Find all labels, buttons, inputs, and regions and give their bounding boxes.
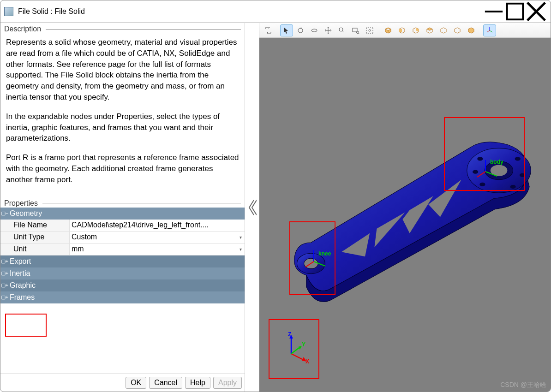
svg-line-30 <box>477 172 485 177</box>
viewport-toolbar <box>259 23 551 38</box>
axis-z-label: Z <box>288 331 291 338</box>
view-left-tool[interactable] <box>451 24 464 36</box>
cancel-button[interactable]: Cancel <box>149 377 182 389</box>
spin-tool[interactable] <box>308 24 321 36</box>
svg-line-16 <box>487 30 490 32</box>
dialog-window: File Solid : File Solid Description Repr… <box>0 0 551 392</box>
window-title: File Solid : File Solid <box>18 7 483 16</box>
property-tree: ▢− Geometry File Name Unit Type Custom ▾ <box>0 208 245 374</box>
expand-icon: ▢+ <box>0 270 9 276</box>
ok-button[interactable]: OK <box>126 377 146 389</box>
unit-selected: mm <box>72 245 84 253</box>
minimize-icon <box>483 1 504 22</box>
frame-gizmo-body: body <box>476 158 504 182</box>
watermark: CSDN @王哈哈 <box>500 381 546 389</box>
frame-gizmo-knee: knee <box>305 248 332 272</box>
description-para-3: Port R is a frame port that represents a… <box>6 152 239 185</box>
description-label: Description <box>4 25 41 33</box>
left-panel: Description Represents a solid whose geo… <box>0 23 245 392</box>
frames-label: Frames <box>9 293 35 302</box>
view-top-tool[interactable] <box>423 24 436 36</box>
chevron-left-icon <box>247 198 257 217</box>
unit-type-value[interactable]: Custom ▾ <box>70 232 245 243</box>
chevron-down-icon: ▾ <box>240 247 242 252</box>
viewport-3d[interactable]: body knee Z X Y <box>259 38 551 392</box>
collapse-icon: ▢− <box>0 210 9 216</box>
file-name-row: File Name <box>0 220 245 232</box>
close-icon <box>526 1 547 22</box>
description-body: Represents a solid whose geometry, mater… <box>0 33 245 197</box>
button-bar: OK Cancel Help Apply <box>0 374 245 392</box>
unit-label: Unit <box>0 244 70 255</box>
toolbar-separator <box>479 24 482 36</box>
svg-rect-13 <box>399 29 402 32</box>
graphic-label: Graphic <box>9 281 36 290</box>
svg-point-21 <box>515 157 521 160</box>
axis-x-label: X <box>305 358 309 365</box>
unit-type-label: Unit Type <box>0 232 70 243</box>
unit-value[interactable]: mm ▾ <box>70 244 245 255</box>
sync-tool[interactable] <box>262 24 275 36</box>
svg-rect-11 <box>366 27 373 34</box>
svg-point-23 <box>510 185 515 189</box>
svg-line-29 <box>485 172 497 176</box>
geometry-node[interactable]: ▢− Geometry <box>0 208 245 220</box>
frames-node[interactable]: ▢+ Frames <box>0 291 245 303</box>
titlebar[interactable]: File Solid : File Solid <box>0 0 551 23</box>
rotate-tool[interactable] <box>294 24 307 36</box>
close-button[interactable] <box>526 4 547 19</box>
svg-point-6 <box>339 28 343 31</box>
description-para-1: Represents a solid whose geometry, mater… <box>6 37 239 103</box>
graphic-node[interactable]: ▢+ Graphic <box>0 279 245 291</box>
svg-rect-8 <box>353 28 357 32</box>
axis-y-label: Y <box>302 341 305 348</box>
frame-label-knee: knee <box>318 250 331 257</box>
select-tool[interactable] <box>280 24 293 36</box>
expand-icon: ▢+ <box>0 282 9 288</box>
zoom-region-tool[interactable] <box>349 24 362 36</box>
chevron-down-icon: ▾ <box>240 235 242 240</box>
svg-point-12 <box>369 30 371 31</box>
unit-row: Unit mm ▾ <box>0 244 245 255</box>
minimize-button[interactable] <box>483 4 504 19</box>
toolbar-separator <box>276 24 279 36</box>
view-iso-tool[interactable] <box>382 24 395 36</box>
view-right-tool[interactable] <box>465 24 478 36</box>
world-axis-gizmo: Z X Y <box>280 333 312 367</box>
maximize-button[interactable] <box>504 4 526 19</box>
svg-line-33 <box>305 261 314 267</box>
expand-icon: ▢+ <box>0 294 9 300</box>
inertia-label: Inertia <box>9 269 30 278</box>
properties-label: Properties <box>4 199 38 208</box>
file-solid-icon <box>4 7 13 16</box>
help-button[interactable]: Help <box>185 377 210 389</box>
fit-view-tool[interactable] <box>363 24 376 36</box>
svg-line-7 <box>342 31 345 33</box>
svg-point-4 <box>298 28 303 33</box>
svg-point-24 <box>479 183 485 186</box>
view-bottom-tool[interactable] <box>437 24 450 36</box>
unit-type-selected: Custom <box>72 233 97 241</box>
description-para-2: In the expandable nodes under Properties… <box>6 111 239 144</box>
svg-line-15 <box>490 30 492 32</box>
unit-type-row: Unit Type Custom ▾ <box>0 232 245 244</box>
frame-label-body: body <box>490 159 503 165</box>
svg-rect-1 <box>507 3 523 19</box>
window-controls <box>483 4 547 19</box>
show-frame-tool[interactable] <box>483 24 496 36</box>
inertia-node[interactable]: ▢+ Inertia <box>0 267 245 279</box>
collapse-splitter[interactable] <box>245 23 259 392</box>
apply-button[interactable]: Apply <box>213 377 242 389</box>
description-header: Description <box>0 23 245 33</box>
maximize-icon <box>504 1 526 22</box>
zoom-tool[interactable] <box>335 24 348 36</box>
view-back-tool[interactable] <box>409 24 422 36</box>
pan-tool[interactable] <box>322 24 335 36</box>
view-front-tool[interactable] <box>395 24 408 36</box>
file-name-input[interactable] <box>72 221 243 229</box>
toolbar-separator <box>377 24 381 36</box>
properties-header: Properties <box>0 197 245 208</box>
main-area: Description Represents a solid whose geo… <box>0 23 551 392</box>
export-node[interactable]: ▢+ Export <box>0 255 245 267</box>
file-name-value[interactable] <box>70 220 245 231</box>
